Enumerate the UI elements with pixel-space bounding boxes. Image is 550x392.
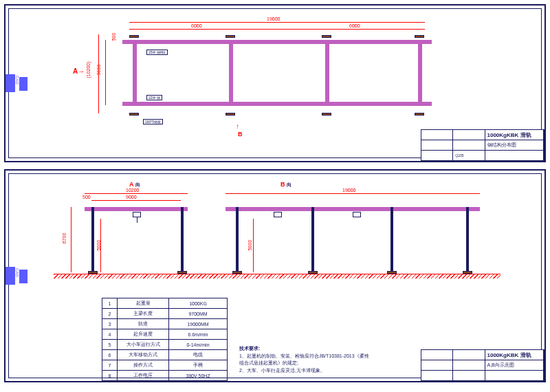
spec-num: 1 (102, 298, 118, 309)
spec-num: 6 (102, 350, 118, 360)
spec-row: 2主梁长度9700MM (102, 309, 228, 319)
tb-cell (453, 360, 485, 370)
dim-width-ext: (10200) (86, 61, 91, 78)
a-view-post-1 (91, 207, 94, 272)
column-base (129, 35, 139, 38)
dim-line-v (98, 34, 99, 113)
spec-value: 380V 50HZ (169, 371, 228, 381)
tb-cell (421, 151, 453, 160)
spec-num: 5 (102, 340, 118, 350)
drawing-sheet-2: CAD A 向 B 向 10200 9000 500 6700 5000 190… (4, 169, 546, 382)
tb-cell (421, 360, 453, 370)
dim-b-clear: 5000 (248, 240, 252, 251)
spec-value: 手柄 (169, 360, 228, 371)
spec-row: 6大车移动方式电缆 (102, 350, 228, 360)
notes-title: 技术要求: (239, 345, 370, 353)
view-b-label: B 向 (280, 181, 292, 188)
dim-offset: 500 (111, 33, 116, 41)
technical-notes: 技术要求: 1、起重机的制动、安装、检验应符合JB/T10381-2013《柔性… (239, 345, 370, 374)
spec-row: 1起重量1000KG (102, 298, 228, 309)
dim-a-height: 6700 (62, 233, 67, 244)
column-base (226, 35, 235, 38)
spec-row: 7操作方式手柄 (102, 360, 228, 371)
spec-row: 3轨道19000MM (102, 319, 228, 329)
spec-label: 大车移动方式 (118, 350, 169, 360)
spec-num: 2 (102, 309, 118, 319)
spec-label: 轨道 (118, 319, 169, 329)
top-rail (122, 40, 432, 44)
column-base (322, 113, 331, 116)
view-arrow-b: ↑ (236, 122, 239, 130)
b-view-post (236, 207, 239, 272)
spec-row: 5大小车运行方式0-14m/min (102, 340, 228, 350)
hoist-icon (274, 212, 282, 217)
dim-b-total: 19000 (342, 188, 355, 193)
hoist-icon (353, 212, 361, 217)
tb-cell (421, 371, 453, 380)
spec-num: 3 (102, 319, 118, 329)
column-base (226, 113, 235, 116)
dim-line (129, 29, 425, 30)
tb-cell (485, 371, 544, 380)
b-view-post (390, 207, 393, 272)
dim-line (91, 200, 181, 201)
drawing-subtitle: A,B向示意图 (485, 360, 544, 370)
spec-value: 0-14m/min (169, 340, 228, 350)
spec-label: 大小车运行方式 (118, 340, 169, 350)
column-base (322, 35, 331, 38)
drawing-sheet-1: CAD 19000 6000 6000 9000 (10200) 500 A→ … (4, 4, 546, 162)
cross-beam-2 (229, 40, 233, 105)
tb-cell (453, 140, 485, 150)
spec-value: 19000MM (169, 319, 228, 329)
column-base (129, 113, 139, 116)
drawing-subtitle: 钢结构分布图 (485, 140, 544, 150)
tb-cell (421, 140, 453, 150)
spec-num: 7 (102, 360, 118, 371)
spec-row: 8工作电压380V 50HZ (102, 371, 228, 381)
spec-value: 电缆 (169, 350, 228, 360)
dim-line (226, 193, 480, 194)
tb-cell (453, 350, 485, 360)
spec-label: 主梁长度 (118, 309, 169, 319)
tb-cell (485, 151, 544, 160)
cross-beam-1 (133, 40, 137, 105)
cad-side-tab: CAD (6, 267, 15, 285)
spec-label: 起重量 (118, 298, 169, 309)
tb-cell (421, 130, 453, 140)
tb-cell (453, 130, 485, 140)
a-view-post-2 (181, 207, 184, 272)
ground-hatch (54, 274, 500, 279)
spec-label: 工作电压 (118, 371, 169, 381)
view-arrow-a: A→ (73, 67, 85, 75)
dim-a-total: 10200 (126, 188, 139, 193)
dim-a-span: 9000 (126, 195, 137, 199)
spec-value: 9700MM (169, 309, 228, 319)
spec-num: 8 (102, 371, 118, 381)
hook-icon (137, 217, 138, 223)
spec-value: 1000KG (169, 298, 228, 309)
dim-line-v (105, 40, 106, 105)
tb-cell (453, 371, 485, 380)
b-view-post (466, 207, 469, 272)
top-view-canvas: 19000 6000 6000 9000 (10200) 500 A→ ↑ B … (74, 19, 531, 147)
leader-label-1: 25W 钢H段 (146, 50, 168, 55)
column-base (415, 113, 424, 116)
column-base (415, 35, 424, 38)
title-block-2: 1000KgKBK 滑轨 A,B向示意图 (421, 349, 544, 381)
tb-cell (421, 350, 453, 360)
dim-line (129, 22, 425, 23)
tb-material: Q235 (453, 151, 485, 160)
dim-span2: 6000 (349, 23, 360, 28)
spec-row: 4起升速度6.6m/min (102, 329, 228, 340)
note-2: 2、大车、小车行走应灵活,无卡滞现象。 (239, 367, 370, 375)
cross-beam-4 (418, 40, 422, 105)
dim-line-v (71, 207, 72, 272)
note-1: 1、起重机的制动、安装、检验应符合JB/T10381-2013《柔性组合式悬挂起… (239, 353, 370, 367)
drawing-title: 1000KgKBK 滑轨 (485, 130, 544, 140)
spec-num: 4 (102, 329, 118, 340)
leader-label-3: 160*5钢板 (143, 119, 163, 124)
dim-line (85, 193, 188, 194)
leader-label-2: 22W 钢 (146, 95, 162, 100)
dim-line-v (253, 219, 254, 272)
title-block-1: 1000KgKBK 滑轨 钢结构分布图 Q235 (421, 129, 544, 161)
